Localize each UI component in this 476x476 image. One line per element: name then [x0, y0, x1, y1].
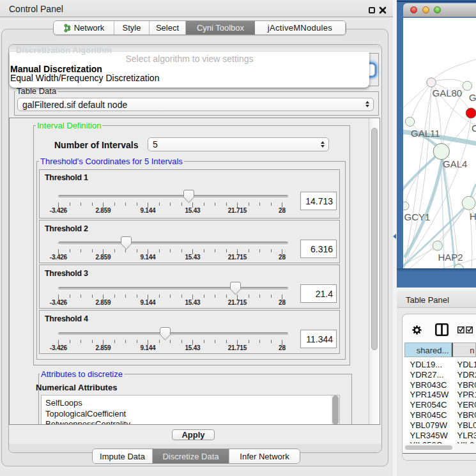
svg-text:GCY1: GCY1: [404, 211, 431, 222]
svg-text:HIS4: HIS4: [470, 211, 476, 222]
svg-text:GAL80: GAL80: [433, 88, 463, 98]
svg-text:GAL4: GAL4: [443, 158, 467, 169]
svg-text:GAL11: GAL11: [411, 128, 440, 139]
svg-text:HAP2: HAP2: [438, 252, 463, 263]
svg-text:GAL1: GAL1: [469, 92, 476, 103]
svg-text:C: C: [472, 123, 476, 134]
